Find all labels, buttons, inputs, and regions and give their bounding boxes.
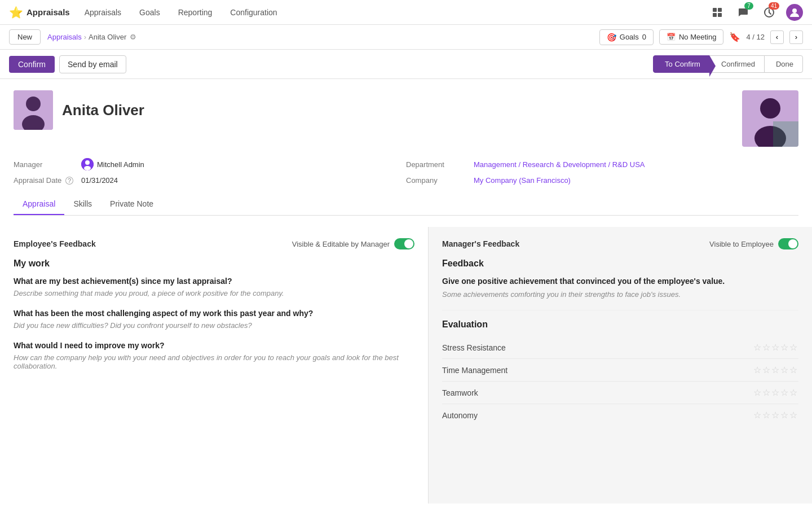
right-panel: Manager's Feedback Visible to Employee F… — [429, 227, 812, 503]
step-done[interactable]: Done — [764, 55, 803, 73]
user-avatar[interactable] — [786, 4, 803, 21]
goals-button[interactable]: 🎯 Goals 0 — [599, 29, 654, 45]
meeting-button[interactable]: 📅 No Meeting — [659, 29, 723, 45]
department-value[interactable]: Management / Research & Development / R&… — [474, 160, 645, 169]
breadcrumb: Appraisals › Anita Oliver ⚙ — [47, 33, 136, 41]
send-email-button[interactable]: Send by email — [59, 55, 126, 73]
pager-prev-button[interactable]: ‹ — [770, 30, 784, 44]
nav-right-icons: 7 41 — [708, 3, 803, 21]
eval-row-teamwork: Teamwork ☆☆☆☆☆ — [442, 382, 798, 404]
svg-rect-3 — [718, 13, 722, 17]
left-panel: Employee's Feedback Visible & Editable b… — [0, 227, 429, 503]
manager-label: Manager — [14, 160, 76, 169]
stars-stress[interactable]: ☆☆☆☆☆ — [753, 342, 798, 353]
visible-to-employee-label: Visible to Employee — [709, 240, 774, 248]
employee-header: Anita Oliver — [14, 90, 798, 147]
stars-time[interactable]: ☆☆☆☆☆ — [753, 365, 798, 375]
confirm-button[interactable]: Confirm — [9, 56, 55, 73]
breadcrumb-parent[interactable]: Appraisals — [47, 33, 82, 41]
question-3: What would I need to improve my work? Ho… — [14, 341, 414, 370]
eval-row-autonomy: Autonomy ☆☆☆☆☆ — [442, 404, 798, 426]
tab-private-note[interactable]: Private Note — [101, 194, 162, 215]
pager-next-button[interactable]: › — [789, 30, 803, 44]
breadcrumb-separator: › — [84, 33, 86, 41]
company-field: Company My Company (San Francisco) — [406, 176, 798, 185]
company-label: Company — [406, 176, 468, 185]
employee-name: Anita Oliver — [62, 90, 144, 130]
employee-feedback-toggle[interactable] — [394, 238, 414, 249]
grid-icon-button[interactable] — [708, 3, 726, 21]
feedback-question: Give one positive achievement that convi… — [442, 277, 798, 286]
svg-rect-1 — [718, 8, 722, 12]
settings-icon[interactable]: ⚙ — [130, 33, 136, 41]
step-to-confirm[interactable]: To Confirm — [653, 55, 710, 73]
activity-icon-button[interactable]: 41 — [760, 3, 778, 21]
question-3-title: What would I need to improve my work? — [14, 341, 414, 350]
eval-label-stress: Stress Resistance — [442, 343, 506, 352]
manager-feedback-toggle[interactable] — [778, 238, 798, 249]
manager-feedback-title: Manager's Feedback — [442, 239, 519, 248]
chat-badge: 7 — [744, 2, 753, 10]
stars-autonomy[interactable]: ☆☆☆☆☆ — [753, 410, 798, 421]
eval-table: Stress Resistance ☆☆☆☆☆ Time Management … — [442, 336, 798, 426]
pager: 4 / 12 — [746, 33, 765, 41]
manager-field: Manager Mitchell Admin — [14, 158, 406, 170]
question-3-hint: How can the company help you with your n… — [14, 353, 414, 370]
breadcrumb-right-actions: 🎯 Goals 0 📅 No Meeting 🔖 4 / 12 ‹ › — [599, 29, 803, 45]
svg-rect-0 — [713, 8, 717, 12]
question-2-title: What has been the most challenging aspec… — [14, 309, 414, 318]
status-steps: To Confirm Confirmed Done — [653, 55, 803, 73]
feedback-hint: Some achievements comforting you in thei… — [442, 290, 798, 299]
logo-icon: ⭐ — [9, 6, 23, 19]
question-1-hint: Describe something that made you proud, … — [14, 289, 414, 297]
company-value[interactable]: My Company (San Francisco) — [474, 176, 571, 185]
my-work-section: My work — [14, 259, 414, 269]
content-tabs: Appraisal Skills Private Note — [14, 194, 798, 216]
question-1-title: What are my best achievement(s) since my… — [14, 277, 414, 286]
activity-badge: 41 — [769, 2, 779, 10]
nav-reporting[interactable]: Reporting — [175, 6, 216, 19]
eval-row-stress: Stress Resistance ☆☆☆☆☆ — [442, 336, 798, 359]
chat-icon-button[interactable]: 7 — [734, 3, 752, 21]
main-content: Anita Oliver Manager Mitchell Admin Depa… — [0, 79, 812, 227]
tab-skills[interactable]: Skills — [64, 194, 101, 215]
svg-point-10 — [760, 98, 780, 119]
eval-label-autonomy: Autonomy — [442, 411, 478, 420]
manager-avatar — [81, 158, 94, 170]
top-navigation: ⭐ Appraisals Appraisals Goals Reporting … — [0, 0, 812, 25]
eval-label-teamwork: Teamwork — [442, 388, 478, 397]
svg-rect-12 — [773, 121, 798, 147]
svg-point-5 — [792, 8, 797, 13]
nav-configuration[interactable]: Configuration — [227, 6, 280, 19]
app-name: Appraisals — [27, 7, 70, 17]
new-button[interactable]: New — [9, 29, 41, 45]
left-panel-header: Employee's Feedback Visible & Editable b… — [14, 238, 414, 249]
svg-point-14 — [85, 160, 90, 165]
tab-appraisal[interactable]: Appraisal — [14, 194, 64, 215]
status-bar: To Confirm Confirmed Done — [653, 55, 803, 73]
employee-avatar-small — [14, 90, 53, 130]
svg-rect-2 — [713, 13, 717, 17]
department-label: Department — [406, 160, 468, 169]
breadcrumb-bar: New Appraisals › Anita Oliver ⚙ 🎯 Goals … — [0, 25, 812, 50]
step-confirmed[interactable]: Confirmed — [709, 55, 765, 73]
nav-appraisals[interactable]: Appraisals — [81, 6, 125, 19]
eval-row-time: Time Management ☆☆☆☆☆ — [442, 359, 798, 382]
feedback-section: Feedback Give one positive achievement t… — [442, 259, 798, 299]
visible-editable-label: Visible & Editable by Manager — [292, 240, 390, 248]
question-2-hint: Did you face new difficulties? Did you c… — [14, 321, 414, 330]
employee-photo-large — [742, 90, 798, 147]
help-icon[interactable]: ? — [65, 177, 73, 185]
app-logo[interactable]: ⭐ Appraisals — [9, 6, 70, 19]
right-panel-header: Manager's Feedback Visible to Employee — [442, 238, 798, 249]
employee-fields: Manager Mitchell Admin Department Manage… — [14, 158, 798, 185]
feedback-section-title: Feedback — [442, 259, 798, 269]
evaluation-title: Evaluation — [442, 319, 798, 330]
breadcrumb-current: Anita Oliver — [89, 33, 126, 41]
stars-teamwork[interactable]: ☆☆☆☆☆ — [753, 387, 798, 398]
appraisal-date-field: Appraisal Date ? 01/31/2024 — [14, 176, 406, 185]
calendar-icon: 📅 — [667, 33, 676, 41]
nav-goals[interactable]: Goals — [136, 6, 164, 19]
meeting-label: No Meeting — [679, 33, 716, 41]
bookmark-button[interactable]: 🔖 — [729, 32, 740, 42]
